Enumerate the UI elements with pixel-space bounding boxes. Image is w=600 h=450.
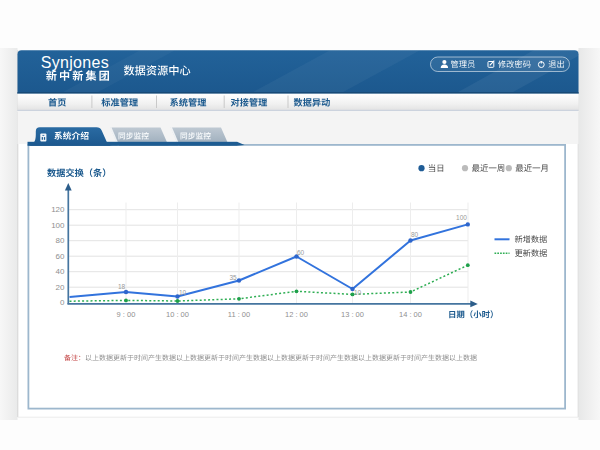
svg-text:0: 0 bbox=[60, 298, 65, 307]
svg-text:9 : 00: 9 : 00 bbox=[117, 310, 136, 319]
svg-text:35: 35 bbox=[229, 274, 237, 281]
svg-text:120: 120 bbox=[51, 205, 65, 214]
svg-text:80: 80 bbox=[411, 231, 419, 238]
svg-text:40: 40 bbox=[56, 267, 65, 276]
svg-text:100: 100 bbox=[51, 221, 65, 230]
svg-text:13 : 00: 13 : 00 bbox=[341, 310, 364, 319]
svg-text:12 : 00: 12 : 00 bbox=[285, 310, 308, 319]
svg-text:20: 20 bbox=[56, 283, 65, 292]
svg-text:11 : 00: 11 : 00 bbox=[228, 310, 250, 319]
svg-text:10 : 00: 10 : 00 bbox=[166, 310, 189, 319]
svg-text:60: 60 bbox=[297, 249, 305, 256]
svg-text:60: 60 bbox=[56, 252, 65, 261]
svg-text:10: 10 bbox=[179, 289, 187, 296]
svg-text:10: 10 bbox=[354, 289, 362, 296]
svg-text:100: 100 bbox=[456, 214, 467, 221]
svg-text:18: 18 bbox=[118, 283, 126, 290]
svg-text:14 : 00: 14 : 00 bbox=[399, 310, 422, 319]
svg-text:Synjones: Synjones bbox=[41, 54, 109, 71]
svg-text:80: 80 bbox=[56, 236, 65, 245]
